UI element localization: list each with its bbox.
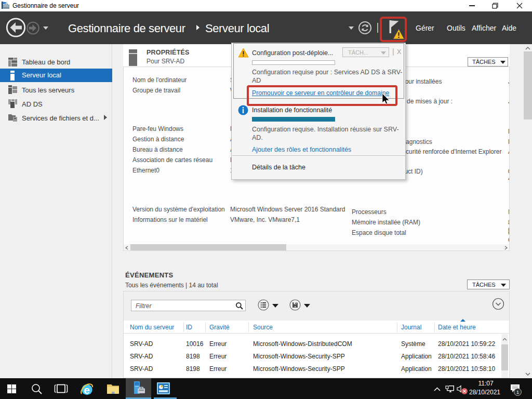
svg-text:1: 1 [516, 390, 519, 395]
